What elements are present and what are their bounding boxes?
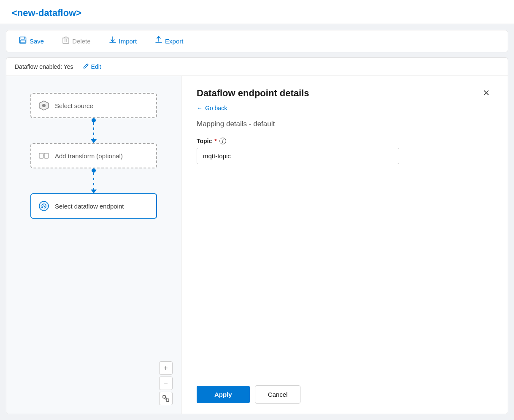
svg-point-18 xyxy=(165,398,167,399)
connector-dot-1 xyxy=(92,118,96,122)
go-back-label: Go back xyxy=(205,105,227,111)
details-panel: Dataflow endpoint details ✕ ← Go back Ma… xyxy=(181,76,508,414)
mapping-subtitle: - default xyxy=(249,120,275,128)
main-split: Select source Add transform (optional) xyxy=(6,76,508,414)
connector-dot-2 xyxy=(92,168,96,173)
connector-line-1 xyxy=(93,122,94,139)
toolbar: Save Delete Import xyxy=(6,30,508,52)
close-button[interactable]: ✕ xyxy=(480,88,492,98)
mapping-title-main: Mapping details xyxy=(197,120,247,128)
details-header: Dataflow endpoint details ✕ xyxy=(197,88,492,99)
source-node-label: Select source xyxy=(55,102,93,109)
svg-point-8 xyxy=(42,104,46,107)
save-label: Save xyxy=(30,38,44,45)
svg-rect-1 xyxy=(21,37,25,40)
export-button[interactable]: Export xyxy=(153,35,186,48)
import-icon xyxy=(109,36,116,46)
mapping-title: Mapping details - default xyxy=(197,120,492,128)
topic-field-group: Topic * i xyxy=(197,138,492,164)
dataflow-enabled-status: Dataflow enabled: Yes xyxy=(15,63,73,70)
topic-input[interactable] xyxy=(197,148,399,164)
transform-node-label: Add transform (optional) xyxy=(55,152,123,160)
delete-label: Delete xyxy=(72,38,90,45)
cancel-button[interactable]: Cancel xyxy=(255,385,301,404)
apply-button[interactable]: Apply xyxy=(197,386,250,403)
connector-2 xyxy=(91,168,97,193)
delete-icon xyxy=(62,36,69,46)
status-bar: Dataflow enabled: Yes Edit xyxy=(6,58,508,76)
svg-rect-3 xyxy=(63,38,69,43)
source-node-icon xyxy=(38,100,50,111)
connector-arrow-2 xyxy=(91,190,97,193)
endpoint-node[interactable]: Select dataflow endpoint xyxy=(30,193,157,219)
edit-label: Edit xyxy=(91,63,101,70)
connector-1 xyxy=(91,118,97,143)
details-title: Dataflow endpoint details xyxy=(197,88,309,99)
zoom-out-button[interactable]: − xyxy=(159,377,173,390)
export-icon xyxy=(155,36,162,46)
import-label: Import xyxy=(119,38,137,45)
svg-rect-9 xyxy=(39,153,43,158)
page-header: <new-dataflow> xyxy=(0,0,514,24)
pencil-icon xyxy=(83,63,89,70)
edit-button[interactable]: Edit xyxy=(80,62,104,71)
required-star: * xyxy=(214,138,216,144)
transform-node-icon xyxy=(38,150,50,162)
connector-arrow-1 xyxy=(91,139,97,143)
transform-node[interactable]: Add transform (optional) xyxy=(30,143,157,168)
svg-rect-2 xyxy=(20,40,25,43)
svg-rect-14 xyxy=(163,396,165,398)
source-node[interactable]: Select source xyxy=(30,93,157,118)
canvas-controls: + − xyxy=(159,361,173,405)
connector-line-2 xyxy=(93,173,94,190)
import-button[interactable]: Import xyxy=(107,35,140,48)
topic-label: Topic * i xyxy=(197,138,492,144)
canvas-panel: Select source Add transform (optional) xyxy=(6,76,181,414)
svg-rect-15 xyxy=(166,399,169,401)
page-title: <new-dataflow> xyxy=(12,8,502,19)
save-button[interactable]: Save xyxy=(16,35,46,48)
fit-view-button[interactable] xyxy=(159,392,173,405)
endpoint-node-label: Select dataflow endpoint xyxy=(55,203,124,210)
delete-button[interactable]: Delete xyxy=(60,35,93,48)
info-icon: i xyxy=(219,138,226,144)
export-label: Export xyxy=(165,38,183,45)
go-back-button[interactable]: ← Go back xyxy=(197,105,492,111)
arrow-left-icon: ← xyxy=(197,105,203,111)
svg-point-13 xyxy=(41,206,43,208)
save-icon xyxy=(19,36,27,46)
content-area: Dataflow enabled: Yes Edit xyxy=(6,57,508,414)
details-footer: Apply Cancel xyxy=(197,375,492,404)
svg-rect-10 xyxy=(44,153,49,158)
zoom-in-button[interactable]: + xyxy=(159,361,173,375)
endpoint-node-icon xyxy=(38,200,50,212)
